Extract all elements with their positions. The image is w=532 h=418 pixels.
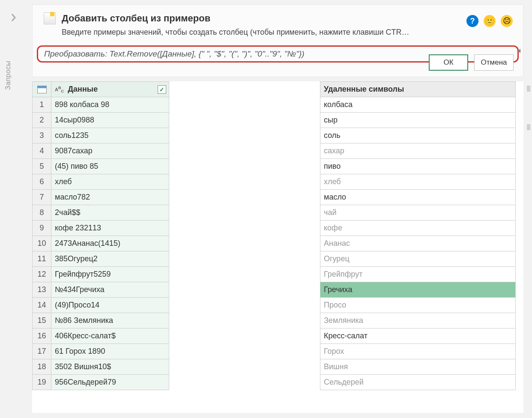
result-cell[interactable]: хлеб (320, 174, 516, 190)
source-cell[interactable]: №434Гречиха (51, 282, 169, 298)
source-cell[interactable]: кофе 232113 (51, 221, 169, 236)
vertical-scroll-handle[interactable] (527, 124, 530, 130)
result-cell[interactable]: Гречиха (320, 282, 516, 298)
source-cell[interactable]: хлеб (51, 174, 169, 190)
result-cell[interactable]: Грейпфрут (320, 267, 516, 282)
add-column-panel: Добавить столбец из примеров Введите при… (32, 4, 523, 77)
panel-title: Добавить столбец из примеров (62, 13, 210, 24)
row-number[interactable]: 14 (33, 298, 51, 313)
table-corner[interactable] (33, 82, 51, 97)
result-cell[interactable]: Огурец (320, 251, 516, 267)
row-number[interactable]: 18 (33, 359, 51, 375)
result-cell[interactable]: кофе (320, 221, 516, 236)
row-number[interactable]: 12 (33, 267, 51, 282)
queries-sidebar: Запросы (0, 0, 25, 418)
source-cell[interactable]: 956Сельдерей79 (51, 375, 169, 390)
result-cell[interactable]: сыр (320, 113, 516, 128)
row-number[interactable]: 11 (33, 251, 51, 267)
row-number[interactable]: 19 (33, 375, 51, 390)
row-number[interactable]: 6 (33, 174, 51, 190)
result-cell[interactable]: Вишня (320, 359, 516, 375)
row-number[interactable]: 1 (33, 97, 51, 113)
feedback-smile-icon[interactable]: 🙂 (484, 15, 496, 27)
panel-subtitle: Введите примеры значений, чтобы создать … (62, 28, 512, 37)
result-cell[interactable]: соль (320, 128, 516, 143)
source-cell[interactable]: 2чай$$ (51, 205, 169, 221)
source-cell[interactable]: 61 Горох 1890 (51, 344, 169, 359)
cancel-button[interactable]: Отмена (474, 54, 514, 71)
result-cell[interactable]: масло (320, 190, 516, 205)
table-icon (37, 86, 47, 93)
result-header-label: Удаленные символы (324, 85, 404, 93)
row-number[interactable]: 10 (33, 236, 51, 251)
row-number[interactable]: 16 (33, 328, 51, 344)
sidebar-title: Запросы (4, 61, 12, 90)
row-number[interactable]: 2 (33, 113, 51, 128)
row-number[interactable]: 15 (33, 313, 51, 328)
source-cell[interactable]: 3502 Вишня10$ (51, 359, 169, 375)
source-cell[interactable]: 406Кресс-салат$ (51, 328, 169, 344)
data-area: ABC Данные ✓ 1898 колбаса 98214сыр09883с… (32, 81, 523, 413)
source-cell[interactable]: Грейпфрут5259 (51, 267, 169, 282)
type-text-icon: ABC (55, 86, 64, 93)
row-number[interactable]: 7 (33, 190, 51, 205)
source-cell[interactable]: (49)Просо14 (51, 298, 169, 313)
row-number[interactable]: 8 (33, 205, 51, 221)
expand-sidebar-button[interactable] (8, 12, 19, 23)
source-cell[interactable]: №86 Земляника (51, 313, 169, 328)
ok-button[interactable]: ОК (429, 54, 468, 71)
result-cell[interactable]: сахар (320, 143, 516, 159)
result-cell[interactable]: Горох (320, 344, 516, 359)
source-cell[interactable]: 2473Ананас(1415) (51, 236, 169, 251)
row-number[interactable]: 9 (33, 221, 51, 236)
panel-expand-handle[interactable]: ◀ (517, 48, 520, 54)
source-cell[interactable]: (45) пиво 85 (51, 159, 169, 174)
result-cell[interactable]: пиво (320, 159, 516, 174)
row-number[interactable]: 3 (33, 128, 51, 143)
result-cell[interactable]: Просо (320, 298, 516, 313)
source-cell[interactable]: 14сыр0988 (51, 113, 169, 128)
feedback-frown-icon[interactable]: ☹ (501, 15, 513, 27)
row-number[interactable]: 5 (33, 159, 51, 174)
result-cell[interactable]: чай (320, 205, 516, 221)
result-cell[interactable]: Земляника (320, 313, 516, 328)
source-cell[interactable]: масло782 (51, 190, 169, 205)
row-number[interactable]: 17 (33, 344, 51, 359)
row-number[interactable]: 13 (33, 282, 51, 298)
result-column-header[interactable]: Удаленные символы (320, 82, 516, 97)
source-cell[interactable]: соль1235 (51, 128, 169, 143)
result-cell[interactable]: колбаса (320, 97, 516, 113)
row-number[interactable]: 4 (33, 143, 51, 159)
source-cell[interactable]: 9087сахар (51, 143, 169, 159)
column-selected-checkbox[interactable]: ✓ (158, 85, 166, 94)
source-column-header[interactable]: ABC Данные ✓ (51, 82, 169, 97)
source-cell[interactable]: 898 колбаса 98 (51, 97, 169, 113)
column-from-examples-icon (44, 12, 56, 24)
source-table: ABC Данные ✓ 1898 колбаса 98214сыр09883с… (32, 81, 169, 413)
formula-text: Преобразовать: Text.Remove([Данные], {" … (44, 49, 305, 58)
source-header-label: Данные (68, 85, 98, 93)
help-icon[interactable]: ? (466, 15, 478, 27)
source-cell[interactable]: 385Огурец2 (51, 251, 169, 267)
vertical-scroll-up[interactable] (527, 86, 530, 92)
result-cell[interactable]: Сельдерей (320, 375, 516, 390)
result-cell[interactable]: Ананас (320, 236, 516, 251)
result-table: Удаленные символы колбасасырсольсахарпив… (320, 81, 516, 390)
result-cell[interactable]: Кресс-салат (320, 328, 516, 344)
